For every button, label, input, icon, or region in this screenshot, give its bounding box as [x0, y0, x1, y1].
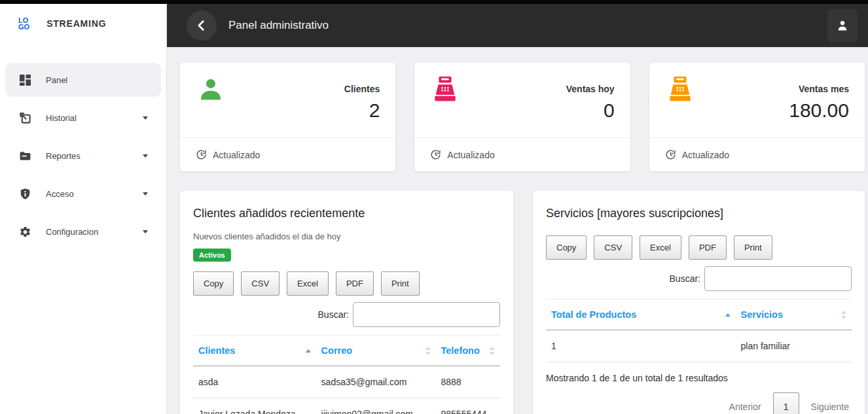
top-black-strip — [0, 0, 868, 4]
cell-correo: sadsa35@gmail.com — [316, 366, 436, 398]
column-header-total-productos[interactable]: Total de Productos — [546, 300, 736, 330]
sidebar-item-configuracion[interactable]: Configuracion — [5, 215, 161, 249]
card-ventas-hoy: Ventas hoy 0 Actualizado — [414, 63, 630, 171]
chevron-down-icon — [143, 116, 148, 120]
cell-cliente: asda — [193, 366, 316, 398]
stat-cards-row: Clientes 2 Actualizado — [180, 63, 865, 171]
next-page-button[interactable]: Siguiente — [808, 395, 852, 414]
table-row[interactable]: asda sadsa35@gmail.com 8888 — [193, 366, 500, 398]
cash-register-icon — [666, 76, 694, 137]
table-row[interactable]: 1 plan familiar — [546, 330, 852, 362]
sidebar-item-label: Historial — [46, 113, 77, 123]
cell-servicio: plan familiar — [736, 330, 852, 362]
cell-total: 1 — [546, 330, 736, 362]
csv-button[interactable]: CSV — [594, 235, 632, 260]
search-row: Buscar: — [193, 302, 500, 327]
print-button[interactable]: Print — [381, 271, 420, 296]
sidebar-item-reportes[interactable]: Reportes — [5, 139, 161, 173]
panel-subtitle: Nuevos clientes añadidos el dia de hoy — [193, 232, 500, 241]
search-row: Buscar: — [546, 266, 852, 291]
sidebar-item-panel[interactable]: Panel — [5, 63, 161, 97]
column-header-clientes[interactable]: Clientes — [193, 336, 316, 366]
results-info: Mostrando 1 de 1 de un total de 1 result… — [546, 373, 852, 383]
brand-name: STREAMING — [46, 18, 106, 29]
copy-button[interactable]: Copy — [546, 235, 587, 260]
column-header-servicios[interactable]: Servicios — [736, 300, 852, 330]
clients-table: Clientes Correo Telefono — [193, 335, 500, 414]
pdf-button[interactable]: PDF — [336, 271, 374, 296]
card-footer: Actualizado — [414, 137, 630, 171]
sidebar-item-label: Acceso — [46, 189, 74, 199]
sort-icons — [836, 311, 846, 319]
cash-register-icon — [431, 76, 459, 137]
card-clientes: Clientes 2 Actualizado — [180, 63, 395, 171]
column-header-correo[interactable]: Correo — [316, 336, 436, 366]
cell-telefono: 8888 — [436, 366, 501, 398]
card-ventas-mes: Ventas mes 180.00 Actualizado — [649, 63, 865, 171]
card-value: 0 — [566, 99, 615, 122]
services-panel: Servicios [mayores suscripciones] Copy C… — [533, 191, 865, 414]
print-button[interactable]: Print — [734, 235, 772, 260]
sidebar-item-historial[interactable]: Historial — [5, 101, 161, 135]
chevron-down-icon — [143, 192, 148, 196]
export-buttons: Copy CSV Excel PDF Print — [546, 235, 852, 260]
dashboard-icon — [18, 73, 31, 86]
back-button[interactable] — [187, 10, 217, 41]
card-footer: Actualizado — [180, 137, 395, 171]
current-page-button[interactable]: 1 — [773, 392, 799, 414]
history-icon — [18, 111, 31, 124]
table-header-row: Clientes Correo Telefono — [193, 336, 500, 366]
card-value: 2 — [344, 99, 380, 122]
services-table: Total de Productos Servicios 1 plan fami… — [546, 299, 852, 362]
pdf-button[interactable]: PDF — [689, 235, 727, 260]
gear-icon — [18, 225, 31, 238]
previous-page-button[interactable]: Anterior — [727, 395, 764, 414]
sidebar-item-label: Panel — [46, 75, 67, 85]
search-input[interactable] — [353, 302, 500, 327]
page-title: Panel administrativo — [228, 19, 329, 32]
column-header-telefono[interactable]: Telefono — [436, 336, 501, 366]
table-row[interactable]: Javier Lozada Mendoza jjjvimen02@gmail.c… — [193, 398, 500, 414]
card-footer-text: Actualizado — [213, 150, 260, 160]
csv-button[interactable]: CSV — [241, 271, 280, 296]
sidebar-item-acceso[interactable]: Acceso — [5, 177, 161, 211]
panel-title: Clientes añadidos recientemente — [193, 204, 500, 220]
chevron-down-icon — [143, 154, 148, 158]
user-icon — [197, 76, 225, 137]
sidebar: LO GO STREAMING Panel — [0, 0, 167, 414]
excel-button[interactable]: Excel — [287, 271, 329, 296]
card-label: Clientes — [344, 76, 380, 94]
sort-icons — [484, 347, 495, 355]
sort-icons — [300, 349, 311, 353]
card-label: Ventas hoy — [566, 76, 615, 94]
sidebar-item-label: Configuracion — [46, 227, 98, 237]
search-label: Buscar: — [670, 273, 700, 284]
topbar: Panel administrativo — [167, 4, 868, 47]
table-header-row: Total de Productos Servicios — [546, 300, 852, 330]
cell-telefono: 985555444 — [436, 398, 501, 414]
sort-icons — [420, 347, 431, 355]
shield-info-icon — [18, 187, 31, 200]
sort-icons — [720, 313, 731, 317]
card-value: 180.00 — [789, 99, 849, 122]
cell-correo: jjjvimen02@gmail.com — [316, 398, 436, 414]
chevron-left-icon — [194, 18, 209, 33]
user-icon — [836, 19, 849, 32]
excel-button[interactable]: Excel — [640, 235, 681, 260]
chevron-down-icon — [143, 230, 148, 233]
user-menu-button[interactable] — [827, 9, 858, 42]
status-badge: Activos — [193, 249, 231, 262]
refresh-clock-icon — [430, 149, 441, 160]
app-logo[interactable]: LO GO — [18, 17, 29, 30]
card-footer-text: Actualizado — [682, 150, 729, 160]
card-label: Ventas mes — [789, 76, 849, 94]
panel-title: Servicios [mayores suscripciones] — [546, 204, 852, 220]
main-content: Clientes 2 Actualizado — [167, 47, 868, 414]
sidebar-header: LO GO STREAMING — [0, 0, 166, 47]
card-footer-text: Actualizado — [447, 150, 494, 160]
copy-button[interactable]: Copy — [193, 271, 234, 296]
search-label: Buscar: — [318, 309, 349, 320]
sidebar-item-label: Reportes — [46, 151, 81, 161]
search-input[interactable] — [704, 266, 852, 291]
refresh-clock-icon — [665, 149, 676, 160]
